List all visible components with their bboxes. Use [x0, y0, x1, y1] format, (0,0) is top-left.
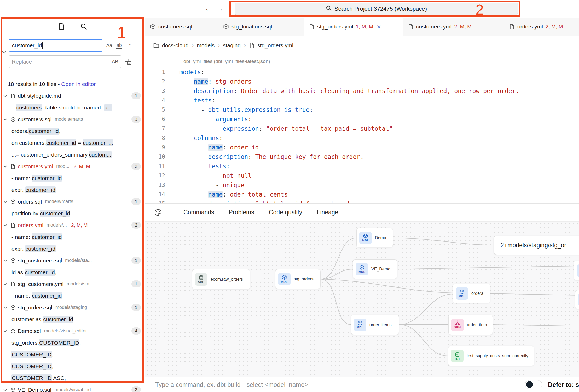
code-line[interactable]: 9 - name: order_id — [145, 143, 579, 152]
code-line[interactable]: 6 arguments: — [145, 114, 579, 124]
code-line[interactable]: 3 description: Order data with basic cle… — [145, 86, 579, 96]
chevron-down-icon[interactable] — [3, 93, 8, 99]
breadcrumb-file[interactable]: stg_orders.yml — [257, 42, 293, 49]
regex-button[interactable]: .* — [124, 41, 134, 50]
search-input[interactable]: customer_id — [9, 39, 102, 52]
lineage-node-partial[interactable]: MDL — [574, 261, 579, 280]
tab-orders-yml[interactable]: orders.yml2, M, M — [504, 18, 579, 36]
defer-toggle[interactable] — [525, 380, 542, 389]
chevron-down-icon[interactable] — [3, 199, 8, 204]
open-in-editor-link[interactable]: Open in editor — [61, 81, 96, 87]
lineage-node[interactable]: SRCecom.raw_orders — [192, 269, 250, 289]
search-match[interactable]: ...= customer_orders_summary.custom... — [0, 149, 145, 160]
search-match[interactable]: CUSTOMER_ID ASC, — [0, 372, 145, 384]
code-line[interactable]: 1models: — [145, 67, 579, 77]
search-match[interactable]: stg_orders.CUSTOMER_ID, — [0, 337, 145, 349]
lineage-node[interactable]: MDLVE_Demo — [353, 259, 397, 279]
code-line[interactable]: 15 description: Subtotal paid for each o… — [145, 199, 579, 203]
chevron-down-icon[interactable] — [3, 281, 8, 287]
tab-stg_orders-yml[interactable]: stg_orders.yml1, M, M× — [304, 18, 403, 36]
file-explorer-button[interactable] — [56, 22, 67, 32]
chevron-down-icon[interactable] — [3, 305, 8, 310]
code-line[interactable]: 13 - unique — [145, 180, 579, 190]
code-line[interactable]: 12 - not_null — [145, 171, 579, 180]
search-result-file[interactable]: stg_customers.yml models/sta... 1 — [0, 278, 145, 290]
search-summary: 18 results in 10 files - Open in editor — [0, 79, 145, 90]
lineage-node[interactable]: MDLstg_orders — [275, 269, 321, 289]
code-line[interactable]: 14 - name: oder_total_cents — [145, 190, 579, 199]
search-match[interactable]: on customers.customer_id = customer_... — [0, 137, 145, 149]
command-input[interactable]: Type a command, ex. dbt build --select <… — [155, 381, 525, 388]
code-editor[interactable]: dbt_yml_files (dbt_yml_files-latest.json… — [145, 55, 579, 203]
search-match[interactable]: customer as customer_id, — [0, 313, 145, 325]
tab-customers-yml[interactable]: customers.yml2, M, M — [403, 18, 504, 36]
chevron-down-icon[interactable] — [3, 258, 8, 263]
chevron-down-icon[interactable] — [3, 117, 8, 122]
chevron-down-icon[interactable] — [3, 387, 8, 392]
tab-git-status: 2, M, M — [454, 24, 472, 30]
search-match[interactable]: CUSTOMER_ID, — [0, 360, 145, 372]
search-result-file[interactable]: VE_Demo.sql models/visual_ed... 2 — [0, 384, 145, 392]
search-result-file[interactable]: customers.sql models/marts 3 — [0, 113, 145, 125]
breadcrumb-item[interactable]: models — [197, 42, 215, 49]
chevron-down-icon[interactable] — [3, 223, 8, 228]
forward-button[interactable]: → — [214, 3, 225, 14]
lineage-node[interactable]: SEMorder_item — [448, 315, 493, 335]
palette-icon[interactable] — [154, 209, 162, 216]
lineage-canvas[interactable]: SRCecom.raw_ordersMDLstg_ordersMDLDemoMD… — [145, 221, 579, 377]
lineage-node-partial[interactable]: MDL — [575, 290, 579, 309]
search-match[interactable]: expr: customer_id — [0, 243, 145, 255]
search-match[interactable]: CUSTOMER_ID, — [0, 349, 145, 360]
panel-tab-problems[interactable]: Problems — [229, 204, 254, 222]
search-result-file[interactable]: stg_orders.sql models/staging 1 — [0, 302, 145, 313]
breadcrumb-item[interactable]: staging — [223, 42, 241, 49]
preserve-case-button[interactable]: AB — [112, 59, 118, 65]
search-match[interactable]: expr: customer_id — [0, 184, 145, 196]
whole-word-button[interactable]: ab — [114, 41, 124, 50]
search-match[interactable]: id as customer_id, — [0, 266, 145, 278]
search-result-file[interactable]: stg_customers.sql models/sta... 1 — [0, 255, 145, 266]
more-actions-button[interactable]: ··· — [126, 74, 135, 77]
code-line[interactable]: 7 expression: "order_total - tax_paid = … — [145, 124, 579, 133]
code-line[interactable]: 11 tests: — [145, 162, 579, 171]
search-match[interactable]: - name: customer_id — [0, 231, 145, 243]
code-line[interactable]: 10 description: The unique key for each … — [145, 152, 579, 162]
chevron-down-icon[interactable] — [3, 164, 8, 169]
back-button[interactable]: ← — [203, 3, 214, 14]
lineage-node[interactable]: MDLorders — [453, 284, 490, 303]
search-match[interactable]: - name: customer_id — [0, 172, 145, 184]
project-search-bar[interactable]: Search Project 372475 (Workspace) — [235, 3, 518, 15]
search-panel-button[interactable] — [78, 22, 89, 32]
close-icon[interactable]: × — [377, 23, 381, 31]
search-result-file[interactable]: customers.yml mod...2, M, M 2 — [0, 160, 145, 172]
panel-tab-commands[interactable]: Commands — [183, 204, 214, 222]
code-line[interactable]: 4 tests: — [145, 96, 579, 105]
lineage-node[interactable]: TSTtest_supply_costs_sum_correctly — [448, 346, 534, 366]
node-label: order_item — [467, 322, 487, 327]
panel-tab-lineage[interactable]: Lineage — [317, 204, 338, 222]
panel-tab-code-quality[interactable]: Code quality — [269, 204, 302, 222]
match-case-button[interactable]: Aa — [105, 41, 114, 50]
code-line[interactable]: 2 - name: stg_orders — [145, 77, 579, 86]
lineage-node[interactable]: MDLorder_items — [351, 315, 399, 335]
search-match[interactable]: ...customers` table should be named `c..… — [0, 102, 145, 113]
tab-customers-sql[interactable]: customers.sql — [145, 18, 218, 36]
search-match[interactable]: - name: customer_id — [0, 290, 145, 302]
model-icon — [150, 24, 156, 30]
search-match[interactable]: partition by customer_id — [0, 207, 145, 219]
search-result-file[interactable]: orders.sql models/marts 1 — [0, 196, 145, 207]
code-line[interactable]: 8 columns: — [145, 133, 579, 143]
toggle-replace-chevron-icon[interactable] — [1, 49, 7, 56]
breadcrumb-item[interactable]: docs-cloud — [162, 42, 189, 49]
replace-input[interactable]: Replace AB — [9, 55, 121, 68]
search-result-file[interactable]: Demo.sql models/visual_editor 4 — [0, 325, 145, 337]
lineage-node[interactable]: MDLDemo — [356, 228, 393, 247]
chevron-down-icon[interactable] — [3, 328, 8, 334]
replace-all-button[interactable] — [123, 56, 133, 67]
search-result-file[interactable]: orders.yml models/...2, M, M 2 — [0, 219, 145, 231]
code-line[interactable]: 5 - dbt_utils.expression_is_true: — [145, 105, 579, 114]
lineage-group-node[interactable]: 2+models/staging/stg_or — [494, 236, 579, 255]
tab-stg_locations-sql[interactable]: stg_locations.sql — [218, 18, 304, 36]
search-match[interactable]: orders.customer_id, — [0, 125, 145, 137]
search-result-file[interactable]: dbt-styleguide.md 1 — [0, 90, 145, 102]
